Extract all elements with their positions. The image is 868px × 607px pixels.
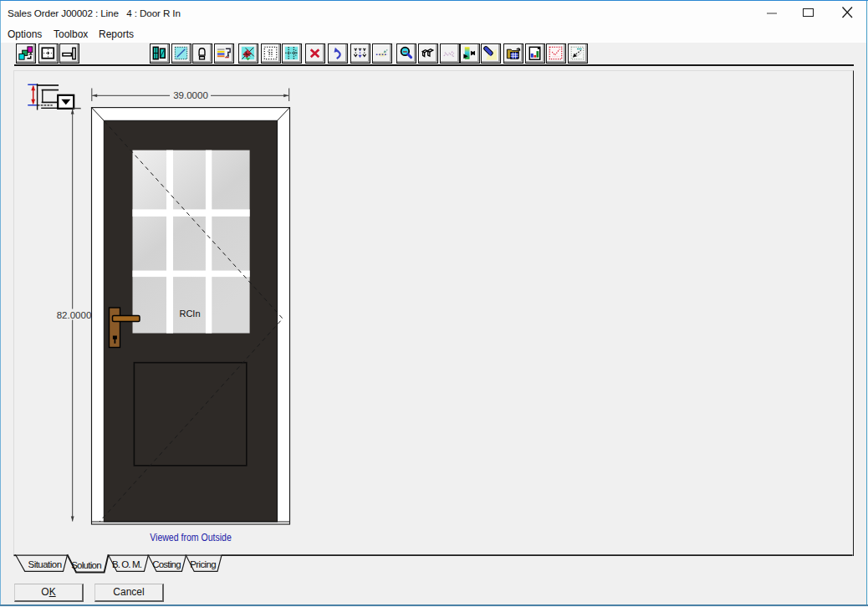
- svg-text:Pricing: Pricing: [190, 559, 217, 569]
- svg-text:Situation: Situation: [28, 559, 63, 569]
- svg-text:39.0000: 39.0000: [173, 90, 208, 100]
- svg-text:B. O. M.: B. O. M.: [112, 559, 142, 569]
- svg-text:Costing: Costing: [152, 559, 181, 569]
- svg-text:RCIn: RCIn: [179, 309, 200, 319]
- svg-text:Solution: Solution: [71, 560, 101, 570]
- svg-text:Viewed from Outside: Viewed from Outside: [150, 532, 232, 543]
- svg-text:82.0000: 82.0000: [57, 310, 92, 320]
